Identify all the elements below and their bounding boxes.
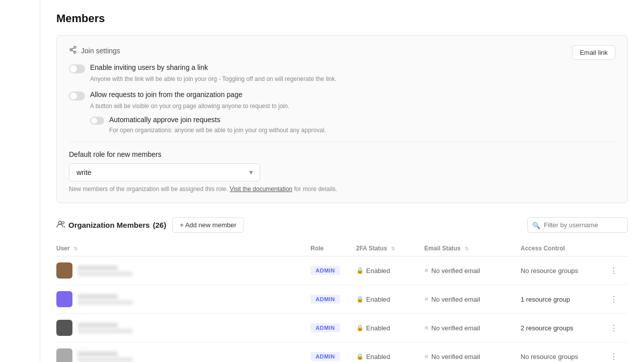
role-cell-3: ADMIN — [310, 342, 356, 363]
svg-line-3 — [72, 48, 74, 49]
actions-cell-1: ⋮ — [606, 285, 628, 314]
user-email — [77, 272, 133, 276]
x-icon: ✕ — [424, 296, 429, 303]
user-name — [77, 294, 118, 299]
access-control: 2 resource groups — [521, 324, 574, 332]
members-title: Organization Members (26) — [56, 220, 166, 230]
allow-requests-toggle[interactable] — [69, 92, 85, 101]
role-select[interactable]: read write admin — [69, 163, 260, 182]
role-badge: ADMIN — [310, 295, 340, 304]
invite-by-link-setting: Enable inviting users by sharing a link … — [69, 63, 615, 82]
access-cell-1: 1 resource group — [521, 285, 606, 314]
members-icon — [56, 220, 65, 230]
avatar — [56, 262, 72, 279]
svg-point-6 — [62, 222, 64, 224]
members-title-text: Organization Members — [68, 221, 150, 229]
docs-link[interactable]: Visit the documentation — [230, 186, 293, 193]
actions-cell-2: ⋮ — [606, 314, 628, 342]
join-settings-header: Join settings — [69, 46, 615, 55]
access-control: No resource groups — [521, 267, 578, 275]
add-member-button[interactable]: + Add new member — [172, 217, 244, 233]
members-table: User ⇅ Role 2FA Status ⇅ Email Status — [56, 241, 628, 362]
auto-approve-setting: Automatically approve join requests For … — [90, 116, 615, 134]
user-email — [77, 300, 133, 305]
access-control: 1 resource group — [521, 296, 570, 303]
user-cell-0 — [56, 256, 310, 285]
avatar — [56, 348, 72, 362]
twofa-cell-1: 🔒 Enabled — [356, 285, 425, 314]
user-info — [77, 294, 133, 305]
col-email: Email Status ⇅ — [424, 241, 521, 256]
user-info — [77, 351, 133, 362]
user-info — [77, 323, 133, 333]
col-actions — [606, 241, 628, 256]
row-menu-button[interactable]: ⋮ — [606, 350, 622, 363]
allow-requests-desc: A button will be visible on your org pag… — [90, 103, 615, 110]
actions-cell-0: ⋮ — [606, 256, 628, 285]
col-email-label: Email Status — [424, 245, 460, 252]
twofa-status: Enabled — [366, 353, 390, 360]
filter-input[interactable] — [527, 217, 628, 233]
role-note-end: for more details. — [294, 186, 337, 193]
email-link-button[interactable]: Email link — [572, 45, 615, 60]
user-sort-icon: ⇅ — [73, 246, 77, 251]
role-select-wrapper: read write admin ▼ — [69, 163, 260, 182]
default-role-section: Default role for new members read write … — [69, 142, 615, 193]
join-settings-card: Join settings Email link Enable inviting… — [56, 35, 628, 203]
role-badge: ADMIN — [310, 266, 340, 275]
page-title: Members — [56, 12, 628, 25]
svg-point-2 — [74, 51, 76, 53]
share-icon — [69, 46, 77, 55]
email-status: No verified email — [431, 296, 480, 303]
row-menu-button[interactable]: ⋮ — [606, 321, 622, 335]
twofa-cell-3: 🔒 Enabled — [356, 342, 425, 363]
col-user: User ⇅ — [56, 241, 310, 256]
user-name — [77, 323, 118, 328]
user-cell-3 — [56, 342, 310, 363]
role-cell-1: ADMIN — [310, 285, 356, 314]
col-role: Role — [310, 241, 356, 256]
email-sort-icon: ⇅ — [464, 246, 468, 251]
user-email — [77, 357, 133, 362]
table-row: ADMIN 🔒 Enabled ✕ No verified email No r… — [56, 256, 628, 285]
members-count: (26) — [153, 221, 167, 229]
col-twofa-label: 2FA Status — [356, 245, 387, 252]
role-cell-0: ADMIN — [310, 256, 356, 285]
access-cell-0: No resource groups — [521, 256, 606, 285]
svg-point-0 — [74, 46, 76, 48]
email-status: No verified email — [431, 353, 480, 360]
user-cell-1 — [56, 285, 310, 314]
role-note-text: New members of the organization will be … — [69, 186, 228, 193]
row-menu-button[interactable]: ⋮ — [606, 293, 622, 306]
join-settings-label: Join settings — [81, 47, 120, 55]
user-email — [77, 329, 133, 333]
col-twofa: 2FA Status ⇅ — [356, 241, 425, 256]
table-row: ADMIN 🔒 Enabled ✕ No verified email No r… — [56, 342, 628, 363]
avatar — [56, 320, 72, 336]
role-cell-2: ADMIN — [310, 314, 356, 342]
col-access: Access Control — [521, 241, 606, 256]
table-row: ADMIN 🔒 Enabled ✕ No verified email 2 re… — [56, 314, 628, 342]
user-cell-2 — [56, 314, 310, 342]
auto-approve-toggle[interactable] — [90, 117, 104, 125]
members-section: Organization Members (26) + Add new memb… — [56, 217, 628, 362]
auto-approve-label: Automatically approve join requests — [109, 116, 220, 124]
lock-icon: 🔒 — [356, 324, 364, 331]
twofa-status: Enabled — [366, 296, 390, 303]
email-status: No verified email — [431, 324, 480, 332]
role-note: New members of the organization will be … — [69, 186, 615, 193]
email-cell-1: ✕ No verified email — [424, 285, 521, 314]
access-control: No resource groups — [521, 353, 578, 360]
svg-line-4 — [72, 50, 74, 52]
twofa-status: Enabled — [366, 267, 390, 275]
svg-point-5 — [58, 221, 61, 224]
col-access-label: Access Control — [521, 245, 565, 252]
svg-point-1 — [70, 49, 72, 51]
twofa-sort-icon: ⇅ — [391, 246, 395, 251]
email-cell-3: ✕ No verified email — [424, 342, 521, 363]
invite-link-desc: Anyone with the link will be able to joi… — [90, 75, 615, 82]
user-name — [77, 265, 118, 270]
user-name — [77, 351, 118, 356]
invite-link-toggle[interactable] — [69, 64, 85, 73]
row-menu-button[interactable]: ⋮ — [606, 264, 622, 278]
